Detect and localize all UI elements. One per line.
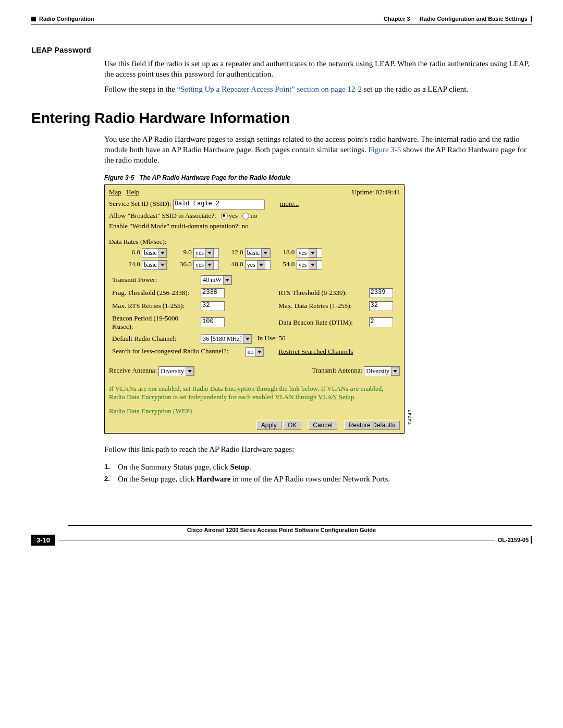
channel-value: 36 [5180 MHz]: [203, 335, 242, 343]
rate-cell: 36.0 yes: [171, 260, 223, 268]
search-label: Search for less-congested Radio Channel?…: [112, 347, 228, 355]
rate-select[interactable]: yes: [245, 260, 271, 270]
rate-select[interactable]: yes: [193, 248, 219, 258]
channel-select[interactable]: 36 [5180 MHz]: [201, 334, 252, 344]
maxdata-label: Max. Data Retries (1-255):: [278, 302, 352, 310]
rxant-select[interactable]: Diversity: [158, 366, 194, 376]
rate-label: 12.0: [223, 248, 243, 256]
menu-map-link[interactable]: Map: [109, 188, 121, 196]
rate-cell: 24.0 basic: [119, 260, 171, 268]
rate-select[interactable]: yes: [297, 248, 322, 258]
figcap-num: Figure 3-5: [104, 174, 134, 181]
maxdata-input[interactable]: 32: [369, 301, 393, 311]
menu-help-link[interactable]: Help: [126, 188, 139, 196]
step2-c: in one of the AP Radio rows under Networ…: [230, 475, 390, 483]
beacon-input[interactable]: 100: [201, 317, 225, 327]
rate-cell: 6.0 basic: [119, 248, 171, 256]
rate-label: 6.0: [119, 248, 140, 256]
world-mode-row: Enable "World Mode" multi-domain operati…: [109, 222, 400, 230]
header-bullet-icon: [31, 17, 36, 21]
broadcast-label: Allow "Broadcast" SSID to Associate?:: [109, 212, 216, 219]
rate-select[interactable]: basic: [245, 248, 271, 258]
rxant-value: Diversity: [161, 367, 184, 375]
maxrts-input[interactable]: 32: [201, 301, 225, 311]
header-section: Radio Configuration: [39, 16, 94, 22]
dtim-label: Data Beacon Rate (DTIM):: [278, 318, 353, 326]
search-value: no: [248, 348, 254, 356]
rate-value: basic: [144, 249, 157, 257]
rate-select[interactable]: basic: [142, 260, 167, 270]
rate-select[interactable]: yes: [297, 260, 322, 270]
rate-value: yes: [195, 261, 204, 269]
tx-power-select[interactable]: 40 mW: [201, 275, 232, 285]
rate-value: basic: [247, 249, 260, 257]
header-chapter: Chapter 3: [384, 16, 410, 22]
rates-row: 24.0 basic 36.0 yes 48.0 yes 54.0 yes: [109, 260, 400, 270]
search-select[interactable]: no: [246, 347, 264, 357]
step1-c: .: [249, 463, 251, 471]
leap-p2b: set up the radio as a LEAP client.: [362, 85, 468, 93]
ssid-input[interactable]: Bald Eagle 2: [173, 200, 265, 209]
vlan-setup-link[interactable]: VLAN Setup: [318, 393, 354, 401]
figure-crossref-link[interactable]: Figure 3-5: [368, 145, 401, 154]
vlan-note: If VLANs are not enabled, set Radio Data…: [109, 385, 400, 402]
step-item: 2. On the Setup page, click Hardware in …: [104, 475, 532, 484]
rate-cell: 12.0 basic: [223, 248, 274, 256]
rate-cell: 9.0 yes: [171, 248, 223, 256]
step2-a: On the Setup page, click: [118, 475, 197, 483]
rate-select[interactable]: basic: [142, 248, 167, 258]
txant-select[interactable]: Diversity: [364, 366, 400, 376]
tx-power-label: Transmit Power:: [112, 276, 157, 283]
page-number: 3-10: [31, 535, 55, 546]
beacon-label: Beacon Period (19-5000 Kusec):: [112, 314, 178, 330]
follow-text: Follow this link path to reach the AP Ra…: [104, 444, 532, 454]
leap-p1: Use this field if the radio is set up as…: [104, 58, 532, 80]
running-header: Radio Configuration Chapter 3 Radio Conf…: [31, 16, 532, 22]
figure-caption: Figure 3-5 The AP Radio Hardware Page fo…: [104, 174, 532, 181]
rate-label: 54.0: [274, 260, 295, 268]
step1-b: Setup: [230, 463, 249, 471]
chevron-down-icon: [205, 261, 214, 269]
rate-value: yes: [299, 261, 307, 269]
chevron-down-icon: [186, 367, 194, 376]
yes-label: yes: [229, 212, 238, 219]
rate-value: yes: [299, 249, 307, 257]
dtim-input[interactable]: 2: [369, 317, 393, 327]
leap-crossref-link[interactable]: “Setting Up a Repeater Access Point” sec…: [177, 85, 362, 93]
chevron-down-icon: [309, 261, 317, 269]
rate-select[interactable]: yes: [193, 260, 219, 270]
cancel-button[interactable]: Cancel: [308, 421, 337, 430]
rates-label: Data Rates (Mb/sec):: [109, 238, 400, 246]
rate-label: 24.0: [119, 260, 140, 268]
rate-cell: 54.0 yes: [274, 260, 325, 268]
frag-input[interactable]: 2338: [201, 288, 225, 298]
wep-link[interactable]: Radio Data Encryption (WEP): [109, 407, 192, 415]
footer-doc-title: Cisco Aironet 1200 Seres Access Point So…: [31, 527, 532, 533]
more-link[interactable]: more...: [280, 200, 299, 207]
chevron-down-icon: [257, 261, 265, 269]
note-not: not: [148, 385, 157, 392]
tx-power-value: 40 mW: [203, 276, 222, 284]
note-a: If VLANs are: [109, 385, 148, 392]
header-bar-icon: [531, 16, 532, 22]
broadcast-no-radio[interactable]: [242, 213, 249, 219]
note-d: .: [354, 393, 356, 401]
restore-button[interactable]: Restore Defaults: [344, 421, 400, 430]
restrict-link[interactable]: Restrict Searched Channels: [278, 348, 353, 355]
chevron-down-icon: [205, 249, 214, 257]
apply-button[interactable]: Apply: [256, 421, 282, 430]
leap-heading: LEAP Password: [31, 45, 532, 54]
chevron-down-icon: [391, 367, 399, 376]
rate-label: 48.0: [223, 260, 243, 268]
rts-input[interactable]: 2339: [369, 288, 393, 298]
ok-button[interactable]: OK: [283, 421, 301, 430]
broadcast-yes-radio[interactable]: [221, 213, 228, 219]
txant-value: Diversity: [366, 367, 389, 375]
rate-value: yes: [195, 249, 204, 257]
rate-value: yes: [247, 261, 255, 269]
inuse-label: In Use: 50: [257, 334, 285, 342]
no-label: no: [250, 212, 257, 219]
rate-label: 9.0: [171, 248, 192, 256]
chevron-down-icon: [261, 249, 270, 257]
footer-bar-icon: [531, 536, 532, 544]
